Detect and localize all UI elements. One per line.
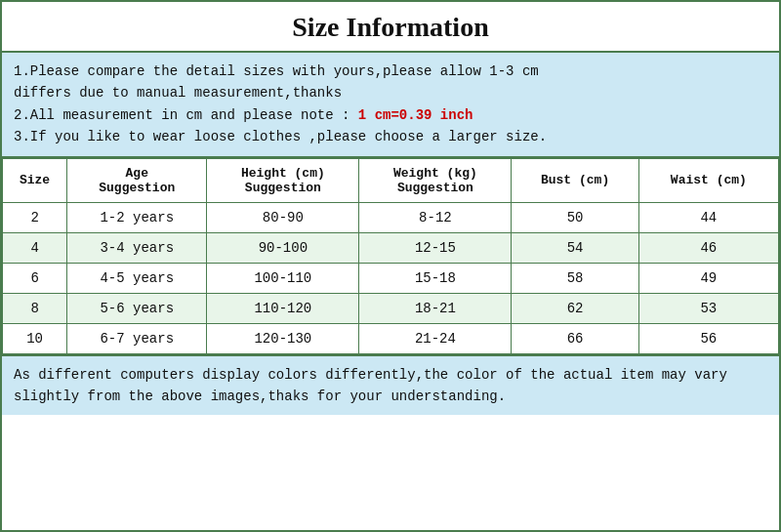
table-cell: 50 — [512, 202, 638, 232]
table-cell: 5-6 years — [67, 293, 207, 323]
col-bust: Bust (cm) — [512, 158, 638, 202]
table-cell: 56 — [638, 323, 778, 353]
table-cell: 12-15 — [359, 232, 512, 263]
table-cell: 54 — [512, 232, 638, 263]
table-cell: 58 — [512, 263, 638, 293]
table-cell: 21-24 — [359, 323, 512, 353]
table-cell: 3-4 years — [67, 232, 207, 263]
table-cell: 46 — [638, 232, 778, 263]
table-cell: 2 — [3, 202, 67, 232]
info-line2: 2.All measurement in cm and please note … — [14, 104, 767, 126]
table-cell: 90-100 — [207, 232, 359, 263]
table-header-row: Size AgeSuggestion Height (cm)Suggestion… — [3, 158, 779, 202]
table-cell: 120-130 — [207, 323, 359, 353]
size-table: Size AgeSuggestion Height (cm)Suggestion… — [2, 158, 779, 354]
highlight-cm: 1 cm=0.39 inch — [358, 107, 473, 123]
table-cell: 8 — [3, 293, 67, 323]
table-cell: 15-18 — [359, 263, 512, 293]
footer-box: As different computers display colors di… — [2, 354, 779, 416]
table-row: 85-6 years110-12018-216253 — [3, 293, 779, 323]
table-cell: 8-12 — [359, 202, 512, 232]
table-cell: 18-21 — [359, 293, 512, 323]
table-row: 106-7 years120-13021-246656 — [3, 323, 779, 353]
info-box: 1.Please compare the detail sizes with y… — [2, 53, 779, 158]
table-cell: 100-110 — [207, 263, 359, 293]
info-line1b: differs due to manual measurement,thanks — [14, 82, 767, 103]
table-row: 43-4 years90-10012-155446 — [3, 232, 779, 263]
page-title: Size Information — [2, 2, 779, 53]
table-cell: 10 — [3, 323, 67, 353]
col-weight: Weight (kg)Suggestion — [359, 158, 512, 202]
table-cell: 1-2 years — [67, 202, 207, 232]
table-cell: 4 — [3, 232, 67, 263]
table-cell: 44 — [638, 202, 778, 232]
table-cell: 62 — [512, 293, 638, 323]
table-cell: 6 — [3, 263, 67, 293]
table-cell: 53 — [638, 293, 778, 323]
col-age: AgeSuggestion — [67, 158, 207, 202]
col-height: Height (cm)Suggestion — [207, 158, 359, 202]
table-row: 21-2 years80-908-125044 — [3, 202, 779, 232]
table-cell: 80-90 — [207, 202, 359, 232]
col-size: Size — [3, 158, 67, 202]
info-line1: 1.Please compare the detail sizes with y… — [14, 61, 767, 82]
table-cell: 66 — [512, 323, 638, 353]
table-cell: 49 — [638, 263, 778, 293]
table-cell: 110-120 — [207, 293, 359, 323]
table-cell: 6-7 years — [67, 323, 207, 353]
info-line3: 3.If you like to wear loose clothes ,ple… — [14, 126, 767, 147]
col-waist: Waist (cm) — [638, 158, 778, 202]
table-cell: 4-5 years — [67, 263, 207, 293]
table-row: 64-5 years100-11015-185849 — [3, 263, 779, 293]
